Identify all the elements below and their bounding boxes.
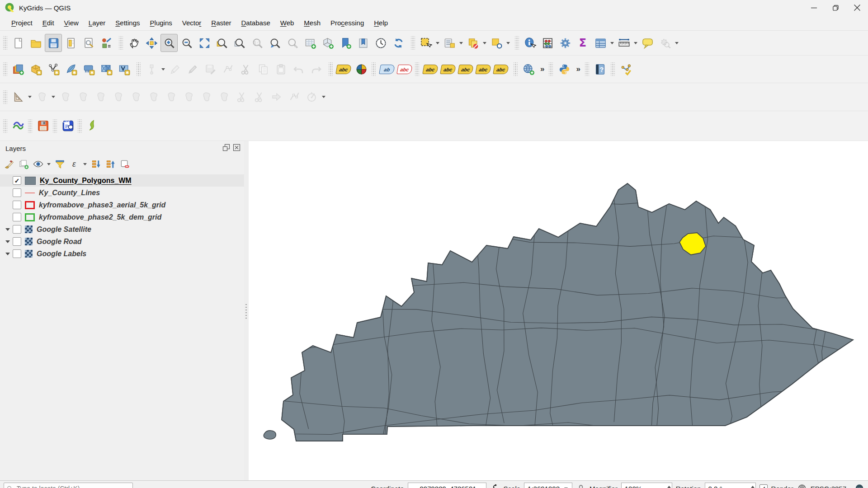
move-label-button[interactable]: abc (457, 60, 474, 78)
new-spatial-bookmark-button[interactable] (337, 34, 354, 52)
layer-row[interactable]: kyfromabove_phase2_5k_dem_grid (0, 211, 244, 223)
select-by-value-button[interactable] (441, 34, 458, 52)
zoom-in-button[interactable] (160, 34, 178, 52)
menu-plugins[interactable]: Plugins (145, 17, 177, 28)
zoom-to-layer-button[interactable] (231, 34, 248, 52)
rotate-label-button[interactable]: abc (475, 60, 492, 78)
menu-raster[interactable]: Raster (206, 17, 236, 28)
help-contents-button[interactable]: ? (592, 60, 609, 78)
undo-button[interactable] (290, 60, 307, 78)
kentucky-county-map[interactable] (249, 141, 868, 480)
save-project-button[interactable] (45, 34, 62, 52)
vertex-filter-button[interactable] (286, 88, 303, 106)
merge-features-button[interactable] (268, 88, 285, 106)
new-spatialite-layer-button[interactable] (62, 60, 80, 78)
split-parts-button[interactable] (250, 88, 268, 106)
toolbar-drag-handle[interactable] (3, 36, 7, 50)
new-map-view-button[interactable] (302, 34, 319, 52)
hide-labels-button[interactable]: abc (396, 60, 413, 78)
toolbar-drag-handle[interactable] (3, 62, 7, 76)
remove-layer-button[interactable] (118, 157, 131, 171)
layer-row[interactable]: Google Satellite (0, 223, 244, 235)
temporal-controller-button[interactable] (372, 34, 389, 52)
layer-visibility-checkbox[interactable] (13, 249, 21, 258)
move-features-button[interactable] (33, 88, 50, 106)
toggle-editing-button[interactable] (166, 60, 184, 78)
search-settings-dropdown[interactable] (675, 42, 679, 44)
attribute-table-dropdown[interactable] (610, 42, 614, 44)
save-layer-edits-button[interactable] (184, 60, 201, 78)
toolbar-drag-handle[interactable] (3, 90, 7, 104)
metasearch-button[interactable] (520, 60, 537, 78)
new-geopackage-layer-button[interactable] (27, 60, 44, 78)
select-by-value-dropdown[interactable] (459, 42, 463, 44)
plugin-save-attributes-button[interactable] (34, 117, 52, 135)
menu-view[interactable]: View (59, 17, 84, 28)
plugin-lightning-button[interactable] (84, 117, 101, 135)
layer-row[interactable]: ✓Ky_County_Polygons_WM (0, 174, 244, 187)
search-settings-button[interactable] (656, 34, 674, 52)
trim-extend-dropdown[interactable] (322, 96, 326, 98)
panel-splitter[interactable] (244, 141, 249, 480)
cad-tools-dropdown[interactable] (28, 96, 32, 98)
render-checkbox[interactable]: ✓ (760, 484, 768, 488)
reshape-features-button[interactable] (198, 88, 215, 106)
menu-project[interactable]: Project (6, 17, 38, 28)
pin-labels-button[interactable]: abc (422, 60, 439, 78)
new-gpx-layer-button[interactable] (98, 60, 115, 78)
map-canvas[interactable] (249, 141, 868, 480)
new-virtual-layer-button[interactable] (115, 60, 132, 78)
new-3d-map-view-button[interactable] (319, 34, 336, 52)
toolbar-drag-handle[interactable] (372, 62, 376, 76)
messages-button[interactable] (854, 483, 864, 488)
layer-visibility-checkbox[interactable]: ✓ (13, 176, 21, 185)
new-print-layout-button[interactable] (62, 34, 80, 52)
identify-features-button[interactable] (521, 34, 538, 52)
measure-button[interactable] (615, 34, 632, 52)
processing-toolbox-button[interactable] (557, 34, 574, 52)
deselect-dropdown[interactable] (483, 42, 486, 44)
select-features-dropdown[interactable] (436, 42, 439, 44)
close-button[interactable] (846, 0, 868, 15)
menu-layer[interactable]: Layer (84, 17, 111, 28)
restore-button[interactable] (825, 0, 846, 15)
show-layout-manager-button[interactable] (80, 34, 97, 52)
layer-labeling-options-button[interactable]: abc (335, 60, 352, 78)
menu-edit[interactable]: Edit (38, 17, 59, 28)
data-source-manager-button[interactable] (9, 60, 27, 78)
rotation-spin-arrows[interactable] (751, 486, 755, 488)
layer-row[interactable]: Google Road (0, 235, 244, 248)
show-spatial-bookmarks-button[interactable] (354, 34, 372, 52)
rotate-feature-button[interactable] (57, 88, 74, 106)
open-project-button[interactable] (27, 34, 44, 52)
toolbar-overflow-icon[interactable]: » (573, 65, 583, 74)
offset-curve-button[interactable] (215, 88, 232, 106)
layer-row[interactable]: Google Labels (0, 248, 244, 260)
layer-row[interactable]: Ky_County_Lines (0, 187, 244, 199)
toolbar-drag-handle[interactable] (119, 36, 123, 50)
open-attribute-table-button[interactable] (592, 34, 609, 52)
locator-search[interactable] (4, 483, 133, 488)
scale-feature-button[interactable] (74, 88, 91, 106)
toolbar-drag-handle[interactable] (411, 36, 415, 50)
pan-to-selection-button[interactable] (143, 34, 160, 52)
menu-database[interactable]: Database (236, 17, 275, 28)
simplify-feature-button[interactable] (92, 88, 109, 106)
fill-ring-button[interactable] (145, 88, 162, 106)
move-features-dropdown[interactable] (52, 96, 55, 98)
python-console-button[interactable] (556, 60, 573, 78)
float-panel-button[interactable] (222, 144, 230, 153)
pan-map-button[interactable] (125, 34, 142, 52)
trim-extend-button[interactable] (303, 88, 321, 106)
toolbar-drag-handle[interactable] (514, 62, 518, 76)
toolbar-drag-handle[interactable] (137, 62, 141, 76)
menu-processing[interactable]: Processing (326, 17, 369, 28)
zoom-to-selection-button[interactable] (213, 34, 231, 52)
map-tips-button[interactable] (639, 34, 656, 52)
toolbar-drag-handle[interactable] (611, 62, 615, 76)
plugin-csv-tools-button[interactable]: CSV (59, 117, 76, 135)
add-group-button[interactable] (17, 157, 30, 171)
filter-legend-button[interactable] (53, 157, 66, 171)
toolbar-drag-handle[interactable] (53, 119, 57, 133)
magnifier-spin-arrows[interactable] (667, 486, 671, 488)
